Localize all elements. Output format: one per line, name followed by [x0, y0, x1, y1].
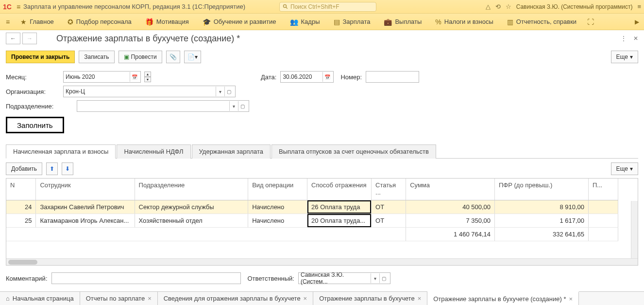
kebab-icon[interactable]: ⋮ — [621, 35, 627, 42]
table: N Сотрудник Подразделение Вид операции С… — [6, 178, 638, 266]
move-up-button[interactable]: ⬆ — [46, 162, 58, 175]
bell-icon[interactable]: △ — [486, 3, 491, 10]
menu-extra-icon[interactable]: ⛶ — [583, 14, 598, 30]
back-button[interactable]: ← — [6, 33, 20, 44]
org-field[interactable]: Крон-Ц ▾ ▢ — [63, 86, 236, 97]
attach-button[interactable]: 📎 — [166, 51, 180, 63]
more-button[interactable]: Еще ▾ — [611, 51, 638, 63]
print-button[interactable]: 📄▾ — [184, 51, 201, 63]
menu-more-icon[interactable]: ≡ — [2, 14, 14, 30]
resp-field[interactable]: Савинская З.Ю. (Систем... ▾ ▢ — [298, 272, 390, 284]
date-field[interactable]: 30.06.2020 📅 — [280, 71, 334, 83]
cell-highlight[interactable]: 26 Оплата труда — [307, 200, 372, 214]
table-row[interactable]: 25 Катамаранов Игорь Алексан... Хозяйств… — [6, 214, 618, 227]
search-input[interactable]: Поиск Ctrl+Shift+F — [279, 2, 376, 12]
open-icon[interactable]: ▢ — [379, 273, 388, 283]
close-icon[interactable]: × — [569, 295, 573, 303]
footer-tab-home[interactable]: ⌂Начальная страница — [0, 292, 80, 305]
col-rest[interactable]: П... — [589, 179, 618, 200]
tab-withheld[interactable]: Удержанная зарплата — [192, 144, 271, 159]
menu-recruit[interactable]: ✪Подбор персонала — [61, 14, 138, 30]
col-pfr[interactable]: ПФР (до превыш.) — [495, 179, 589, 200]
tab-accrued[interactable]: Начисленная зарплата и взносы — [6, 144, 116, 159]
fill-button[interactable]: Заполнить — [6, 117, 64, 133]
tab-ndfl[interactable]: Начисленный НДФЛ — [117, 144, 190, 159]
table-row[interactable]: 24 Захаркин Савелий Петрович Сектор дежу… — [6, 200, 618, 214]
col-way[interactable]: Способ отражения — [307, 179, 372, 200]
open-icon[interactable]: ▢ — [238, 101, 247, 111]
menu-icon[interactable]: ≡ — [637, 3, 641, 10]
dropdown-icon[interactable]: ▾ — [216, 87, 224, 96]
comment-row: Комментарий: Ответственный: Савинская З.… — [0, 266, 644, 287]
org-label: Организация: — [6, 88, 59, 95]
menu-taxes[interactable]: %Налоги и взносы — [428, 14, 500, 30]
app-title: Зарплата и управление персоналом КОРП, р… — [23, 3, 245, 10]
post-button[interactable]: ▣Провести — [119, 51, 162, 63]
doc-form: Месяц: Июнь 2020 📅 ▲▼ Дата: 30.06.2020 📅… — [0, 67, 644, 139]
col-emp[interactable]: Сотрудник — [36, 179, 135, 200]
month-spin[interactable]: ▲▼ — [144, 72, 151, 82]
svg-point-0 — [284, 4, 287, 7]
write-button[interactable]: Записать — [79, 51, 114, 63]
col-dept[interactable]: Подразделение — [135, 179, 248, 200]
table-toolbar: Добавить ⬆ ⬇ Еще ▾ — [6, 162, 638, 175]
footer-tabs: ⌂Начальная страница Отчеты по зарплате× … — [0, 291, 644, 305]
cell-highlight[interactable]: 20 Оплата труда... — [307, 214, 372, 227]
number-field[interactable] — [366, 71, 419, 83]
search-placeholder: Поиск Ctrl+Shift+F — [290, 3, 339, 10]
svg-line-1 — [286, 7, 288, 8]
comment-field[interactable] — [51, 272, 241, 284]
tab-vacation[interactable]: Выплата отпусков за счет оценочных обяза… — [271, 144, 436, 159]
col-art[interactable]: Статья ... — [372, 179, 406, 200]
menu-salary[interactable]: ▤Зарплата — [327, 14, 377, 30]
col-op[interactable]: Вид операции — [248, 179, 307, 200]
move-down-button[interactable]: ⬇ — [62, 162, 73, 175]
date-label: Дата: — [261, 73, 276, 81]
dropdown-icon[interactable]: ▾ — [229, 101, 238, 111]
search-icon — [283, 4, 288, 10]
open-icon[interactable]: ▢ — [224, 87, 233, 96]
doc-toolbar: Провести и закрыть Записать ▣Провести 📎 … — [0, 47, 644, 67]
main-menu: ≡ ★Главное ✪Подбор персонала 🎁Мотивация … — [0, 14, 644, 30]
user-label[interactable]: Савинская З.Ю. (Системный программист) — [516, 3, 633, 10]
close-icon[interactable]: × — [418, 295, 422, 302]
dept-label: Подразделение: — [6, 103, 59, 110]
dropdown-icon[interactable]: ▾ — [371, 273, 379, 283]
col-sum[interactable]: Сумма — [406, 179, 495, 200]
month-field[interactable]: Июнь 2020 📅 — [63, 71, 141, 83]
table-more-button[interactable]: Еще ▾ — [611, 162, 638, 175]
comment-label: Комментарий: — [6, 275, 48, 282]
burger-icon[interactable]: ≡ — [17, 3, 20, 11]
post-close-button[interactable]: Провести и закрыть — [6, 51, 75, 63]
doc-tabs: Начисленная зарплата и взносы Начисленны… — [6, 144, 638, 159]
calendar-icon[interactable]: 📅 — [322, 72, 331, 82]
menu-training[interactable]: 🎓Обучение и развитие — [196, 14, 283, 30]
footer-tab[interactable]: Отражение зарплаты в бухучете× — [313, 292, 427, 305]
forward-button[interactable]: → — [22, 33, 37, 44]
star-icon[interactable]: ☆ — [506, 3, 511, 10]
close-page-button[interactable]: ✕ — [633, 35, 638, 42]
vertical-scrollbar[interactable] — [631, 201, 638, 258]
titlebar: 1C ≡ Зарплата и управление персоналом КО… — [0, 0, 644, 14]
footer-tab[interactable]: Сведения для отражения зарплаты в бухуче… — [158, 292, 313, 305]
menu-hr[interactable]: 👥Кадры — [283, 14, 327, 30]
horizontal-scrollbar[interactable] — [6, 258, 638, 265]
close-icon[interactable]: × — [148, 295, 152, 302]
page-nav: ← → Отражение зарплаты в бухучете (созда… — [0, 30, 644, 47]
menu-payouts[interactable]: 💼Выплаты — [377, 14, 428, 30]
resp-label: Ответственный: — [248, 275, 294, 282]
history-icon[interactable]: ⟲ — [495, 3, 501, 10]
add-row-button[interactable]: Добавить — [6, 162, 42, 175]
menu-reports[interactable]: ▥Отчетность, справки — [500, 14, 583, 30]
menu-motivation[interactable]: 🎁Мотивация — [138, 14, 196, 30]
menu-main[interactable]: ★Главное — [14, 14, 61, 30]
dept-field[interactable]: ▾ ▢ — [77, 100, 249, 112]
close-icon[interactable]: × — [304, 295, 307, 302]
footer-tab[interactable]: Отчеты по зарплате× — [80, 292, 158, 305]
page-title: Отражение зарплаты в бухучете (создание)… — [56, 34, 240, 44]
footer-tab-active[interactable]: Отражение зарплаты в бухучете (создание)… — [427, 291, 579, 305]
home-icon: ⌂ — [6, 295, 10, 302]
col-n[interactable]: N — [6, 179, 36, 200]
calendar-icon[interactable]: 📅 — [130, 72, 138, 82]
menu-overflow-icon[interactable]: ▶ — [632, 18, 642, 25]
